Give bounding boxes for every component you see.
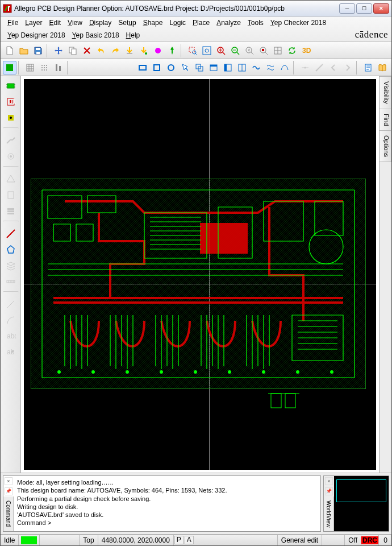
text-edit-icon[interactable]: ab bbox=[3, 345, 18, 359]
command-close-icon[interactable]: × bbox=[5, 477, 12, 485]
menu-edit[interactable]: Edit bbox=[45, 18, 64, 28]
command-label: Command bbox=[3, 497, 14, 531]
svg-point-28 bbox=[44, 69, 45, 71]
save-icon[interactable] bbox=[31, 44, 45, 57]
svg-rect-59 bbox=[31, 179, 366, 389]
menu-display[interactable]: Display bbox=[86, 18, 115, 28]
tab-visibility[interactable]: Visibility bbox=[380, 76, 391, 109]
menu-setup[interactable]: Setup bbox=[115, 18, 139, 28]
worldview-canvas[interactable] bbox=[334, 476, 389, 531]
tab-find[interactable]: Find bbox=[380, 109, 391, 131]
stack-icon[interactable] bbox=[3, 204, 18, 218]
maximize-button[interactable]: ☐ bbox=[356, 3, 372, 14]
zoom-in-icon[interactable] bbox=[214, 44, 228, 57]
zoom-prev-icon[interactable] bbox=[243, 44, 256, 57]
redo-icon[interactable] bbox=[109, 44, 122, 57]
drc-icon[interactable] bbox=[3, 172, 18, 187]
connector-icon[interactable] bbox=[298, 61, 312, 75]
wave2-icon[interactable] bbox=[264, 61, 277, 75]
app-mode-icon[interactable] bbox=[3, 61, 16, 75]
worldview-pin-icon[interactable]: 📌 bbox=[325, 487, 333, 495]
highlight-icon[interactable] bbox=[151, 44, 165, 57]
zoom-fit-icon[interactable] bbox=[200, 44, 214, 57]
worldview-close-icon[interactable]: × bbox=[325, 477, 333, 485]
line-tool-icon[interactable] bbox=[312, 61, 326, 75]
draw-arc-icon[interactable] bbox=[3, 313, 18, 328]
tab-options[interactable]: Options bbox=[380, 130, 391, 162]
minimize-button[interactable]: ─ bbox=[339, 3, 355, 14]
delete-icon[interactable] bbox=[80, 44, 94, 57]
menu-place[interactable]: Place bbox=[189, 18, 213, 28]
open-file-icon[interactable] bbox=[17, 44, 31, 57]
ruler-icon[interactable] bbox=[3, 226, 18, 241]
status-layer[interactable]: Top bbox=[80, 535, 98, 545]
status-a[interactable]: A bbox=[185, 536, 194, 544]
panel-icon[interactable] bbox=[221, 61, 235, 75]
text-icon[interactable]: abc bbox=[3, 329, 18, 344]
menu-yep-basic[interactable]: Yep Basic 2018 bbox=[69, 30, 123, 40]
menu-view[interactable]: View bbox=[64, 18, 86, 28]
status-p[interactable]: P bbox=[174, 536, 184, 544]
menu-shape[interactable]: Shape bbox=[140, 18, 166, 28]
zoom-out-icon[interactable] bbox=[228, 44, 242, 57]
close-button[interactable]: ✕ bbox=[373, 3, 389, 14]
design-canvas[interactable] bbox=[24, 79, 376, 470]
undo-icon[interactable] bbox=[94, 44, 108, 57]
down1-icon[interactable] bbox=[123, 44, 136, 57]
polygon-icon[interactable] bbox=[3, 242, 18, 257]
report-icon[interactable] bbox=[361, 61, 375, 75]
menu-tools[interactable]: Tools bbox=[244, 18, 267, 28]
down2-icon[interactable] bbox=[137, 44, 151, 57]
window-icon[interactable] bbox=[207, 61, 220, 75]
split-icon[interactable] bbox=[235, 61, 249, 75]
layers-icon[interactable] bbox=[3, 258, 18, 273]
menu-layer[interactable]: Layer bbox=[22, 18, 45, 28]
command-log[interactable]: Mode: all, layer setting loading…… This … bbox=[14, 476, 320, 531]
next-arrow-icon[interactable] bbox=[341, 61, 355, 75]
status-drc-off[interactable]: Off bbox=[345, 535, 361, 545]
svg-point-25 bbox=[44, 67, 45, 68]
via-icon[interactable] bbox=[3, 149, 18, 164]
zoom-window-icon[interactable] bbox=[186, 44, 199, 57]
measure-icon[interactable] bbox=[3, 274, 18, 289]
grid-snap-icon[interactable] bbox=[23, 61, 37, 75]
report2-icon[interactable] bbox=[3, 188, 18, 202]
wave1-icon[interactable] bbox=[249, 61, 263, 75]
draw-line-icon[interactable] bbox=[3, 297, 18, 312]
prev-arrow-icon[interactable] bbox=[327, 61, 340, 75]
move-icon[interactable] bbox=[52, 44, 65, 57]
group-icon[interactable] bbox=[193, 61, 206, 75]
pointer-icon[interactable] bbox=[178, 61, 192, 75]
zoom-center-icon[interactable] bbox=[271, 44, 285, 57]
place-chip-icon[interactable]: u1 bbox=[3, 94, 18, 109]
menu-logic[interactable]: Logic bbox=[166, 18, 189, 28]
zoom-sel-icon[interactable] bbox=[257, 44, 270, 57]
place-pad-icon[interactable] bbox=[3, 110, 18, 125]
copy-icon[interactable] bbox=[66, 44, 80, 57]
pin-icon[interactable] bbox=[165, 44, 179, 57]
menu-analyze[interactable]: Analyze bbox=[213, 18, 244, 28]
worldview-panel: × 📌 WorldView bbox=[323, 475, 389, 532]
sel-square-icon[interactable] bbox=[150, 61, 164, 75]
grid-dot-icon[interactable] bbox=[37, 61, 51, 75]
route-icon[interactable] bbox=[3, 133, 18, 148]
refresh-icon[interactable] bbox=[285, 44, 299, 57]
status-drc-badge[interactable]: DRC bbox=[361, 536, 378, 544]
svg-rect-32 bbox=[139, 65, 146, 70]
menu-yep-designer[interactable]: Yep Designer 2018 bbox=[4, 30, 69, 40]
command-pin-icon[interactable]: 📌 bbox=[5, 487, 12, 495]
menu-help[interactable]: Help bbox=[123, 30, 144, 40]
wave3-icon[interactable] bbox=[278, 61, 291, 75]
place-comp-icon[interactable] bbox=[3, 78, 18, 93]
new-file-icon[interactable] bbox=[3, 44, 16, 57]
book-icon[interactable] bbox=[376, 61, 389, 75]
sel-circle-icon[interactable] bbox=[164, 61, 178, 75]
svg-rect-38 bbox=[210, 65, 217, 67]
align-icon[interactable] bbox=[52, 61, 65, 75]
svg-point-14 bbox=[246, 47, 252, 53]
menu-file[interactable]: File bbox=[4, 18, 22, 28]
svg-point-34 bbox=[168, 65, 174, 71]
menu-yep-checker[interactable]: Yep Checker 2018 bbox=[267, 18, 330, 28]
sel-rect-icon[interactable] bbox=[136, 61, 149, 75]
3d-icon[interactable]: 3D bbox=[299, 44, 313, 57]
